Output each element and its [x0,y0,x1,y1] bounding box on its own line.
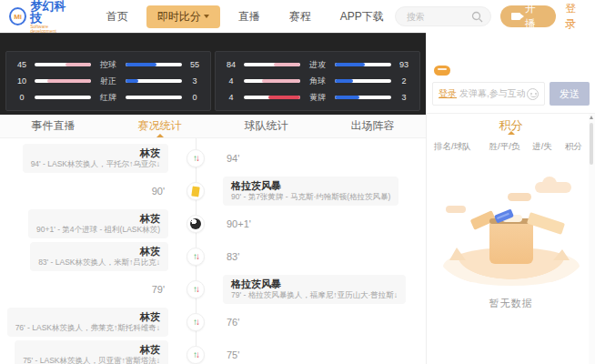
event-text: 90+1' - 第4个进球 - 祖利(LASK林茨) [36,225,160,235]
live-score-page: Mi 梦幻科技 Software development 首页 即时比分 直播 … [0,0,595,364]
empty-state-text: 暂无数据 [489,297,533,310]
substitution-icon: ↑↓ [187,248,205,266]
event-time: 79' [152,284,165,295]
event-team: 格拉茨风暴 [231,278,398,290]
main-menu: 首页 即时比分 直播 赛程 APP下载 [96,5,395,28]
stat-row-corners: 4 角球 2 [223,73,412,89]
logo-icon: Mi [9,7,26,25]
stat-label: 控球 [96,59,121,71]
navbar: Mi 梦幻科技 Software development 首页 即时比分 直播 … [0,0,595,33]
stat-label: 进攻 [305,59,330,71]
stat-home-bar [244,96,300,99]
event-time: 94' [227,153,239,164]
standings-tab[interactable]: 积分 [499,117,523,134]
event-card[interactable]: 林茨 94' - LASK林茨换人，平托尔↑乌亚尔↓ [23,144,168,173]
start-broadcast-button[interactable]: 开播 [500,5,557,27]
timeline-event: 林茨 94' - LASK林茨换人，平托尔↑乌亚尔↓ ↑↓ 94' [0,144,426,173]
stats-panel-left: 45 控球 55 10 射正 3 0 红牌 [5,51,211,111]
standings-panel: 积分 排名/球队 胜/平/负 进/失 积分 [427,114,595,364]
chat-input[interactable]: 登录 发弹幕,参与互动 [432,82,545,106]
event-team: 林茨 [23,343,160,356]
stat-away-bar [126,63,182,66]
event-text: 75' - LASK林茨换人，贝亚雷↑雷斯塔法↓ [23,356,160,364]
stat-home-value: 10 [14,76,30,86]
tab-team-stats[interactable]: 球队统计 [213,115,319,137]
stat-away-value: 3 [187,76,203,86]
search-icon [471,11,483,23]
timeline-event: 90' 格拉茨风暴 90' - 第7张黄牌 - 马克斯·约翰斯顿(格拉茨风暴) [0,177,426,206]
stat-home-value: 4 [223,76,239,86]
chat-login-link[interactable]: 登录 [439,87,457,100]
match-tabs: 事件直播 赛况统计 球队统计 出场阵容 [0,115,426,138]
stat-label: 射正 [96,76,121,87]
stat-away-value: 93 [396,60,412,69]
tab-event-live[interactable]: 事件直播 [0,115,106,137]
header-w-d-l: 胜/平/负 [489,141,520,153]
video-area: 45 控球 55 10 射正 3 0 红牌 [0,33,426,115]
event-card[interactable]: 林茨 76' - LASK林茨换人，弗莱克↑斯托科维奇↓ [7,308,168,337]
yellow-card-icon [187,182,205,200]
event-team: 格拉茨风暴 [231,179,390,192]
menu-item-home[interactable]: 首页 [96,5,139,28]
substitution-icon: ↑↓ [187,346,205,364]
event-time: 83' [227,251,239,262]
timeline-event: 林茨 76' - LASK林茨换人，弗莱克↑斯托科维奇↓ ↑↓ 76' [0,308,426,337]
announcement-badge[interactable] [434,66,450,76]
menu-item-app-download[interactable]: APP下载 [329,5,395,28]
active-tab-caret-icon [508,131,515,135]
menu-item-streams[interactable]: 直播 [227,5,271,28]
send-button[interactable]: 发送 [550,82,590,106]
stat-home-value: 45 [14,60,30,69]
event-card[interactable]: 林茨 90+1' - 第4个进球 - 祖利(LASK林茨) [28,209,168,238]
menu-item-schedule[interactable]: 赛程 [278,5,322,28]
event-team: 林茨 [36,212,160,225]
event-text: 94' - LASK林茨换人，平托尔↑乌亚尔↓ [31,159,160,169]
substitution-icon: ↑↓ [187,149,205,167]
stat-home-value: 4 [223,93,239,102]
chevron-down-icon [204,15,209,18]
scrollbar-thumb[interactable] [590,123,593,165]
tab-match-stats[interactable]: 赛况统计 [106,115,213,137]
stat-home-bar [244,79,300,83]
timeline-event: 林茨 83' - LASK林茨换人，米斯↑吕比克↓ ↑↓ 83' [0,242,426,271]
header-goals: 进/失 [532,141,552,153]
menu-item-live-score[interactable]: 即时比分 [146,5,220,28]
event-card[interactable]: 格拉茨风暴 79' - 格拉茨风暴换人，福摩尼↑亚历山大·普拉斯↓ [223,275,406,304]
substitution-icon: ↑↓ [187,313,205,331]
substitution-icon: ↑↓ [187,280,205,298]
stat-home-value: 0 [14,93,30,102]
stat-away-value: 0 [187,93,203,102]
event-text: 79' - 格拉茨风暴换人，福摩尼↑亚历山大·普拉斯↓ [231,290,398,300]
stat-home-bar [244,63,300,66]
timeline-event: 林茨 90+1' - 第4个进球 - 祖利(LASK林茨) 90+1' [0,209,426,238]
login-link[interactable]: 登录 [565,1,586,32]
search-box [395,6,491,26]
empty-state: 暂无数据 [427,166,595,310]
stat-label: 角球 [305,76,330,87]
event-text: 90' - 第7张黄牌 - 马克斯·约翰斯顿(格拉茨风暴) [231,192,390,202]
event-card[interactable]: 林茨 75' - LASK林茨换人，贝亚雷↑雷斯塔法↓ [15,340,168,364]
chat-placeholder: 发弹幕,参与互动 [459,87,526,100]
stat-away-bar [126,79,182,83]
stat-row-red-cards: 0 红牌 0 [14,89,203,106]
stat-label: 红牌 [96,92,121,104]
event-time: 76' [227,317,239,328]
standings-scrollbar[interactable] [589,114,595,364]
header-rank-team: 排名/球队 [434,141,477,153]
event-team: 林茨 [31,147,160,159]
event-card[interactable]: 林茨 83' - LASK林茨换人，米斯↑吕比克↓ [30,242,168,271]
brand-logo[interactable]: Mi 梦幻科技 Software development [9,0,76,34]
scroll-up-icon[interactable] [590,116,593,119]
tab-lineups[interactable]: 出场阵容 [319,115,426,137]
header-points: 积分 [565,141,582,153]
event-time: 90' [152,186,165,197]
event-text: 83' - LASK林茨换人，米斯↑吕比克↓ [38,258,160,268]
stat-home-bar [35,79,91,83]
event-card[interactable]: 格拉茨风暴 90' - 第7张黄牌 - 马克斯·约翰斯顿(格拉茨风暴) [223,177,398,206]
emoji-icon[interactable] [527,88,539,100]
stat-row-attacks: 84 进攻 93 [223,56,412,73]
stat-away-value: 3 [396,93,412,102]
event-time: 75' [227,349,239,360]
brand-name: 梦幻科技 [30,0,75,24]
stat-away-value: 2 [396,76,412,86]
